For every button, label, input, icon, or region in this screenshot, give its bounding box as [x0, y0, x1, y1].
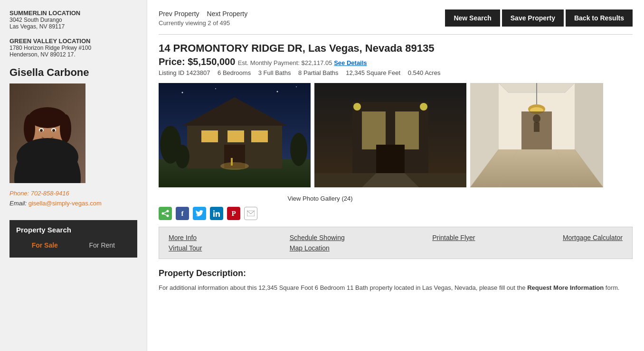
view-gallery-link[interactable]: View Photo Gallery (24) — [287, 195, 352, 202]
sq-feet: 12,345 Square Feet — [346, 69, 400, 76]
svg-point-25 — [182, 92, 183, 93]
bedrooms: 6 Bedrooms — [218, 69, 251, 76]
action-bar: More Info Virtual Tour Schedule Showing … — [159, 227, 633, 259]
social-row: f P — [159, 207, 633, 220]
email-label: Email: — [9, 200, 27, 207]
summerlin-location: SUMMERLIN LOCATION 3042 South Durango La… — [9, 9, 137, 30]
main-content: Prev Property Next Property Currently vi… — [147, 0, 644, 351]
main-photo-svg — [159, 83, 311, 187]
svg-point-9 — [40, 129, 43, 132]
search-tabs: For Sale For Rent — [16, 239, 131, 252]
svg-point-27 — [277, 91, 278, 92]
property-search-title: Property Search — [16, 226, 131, 234]
prev-property-link[interactable]: Prev Property — [159, 10, 199, 18]
more-info-link[interactable]: More Info — [169, 234, 202, 241]
sidebar: SUMMERLIN LOCATION 3042 South Durango La… — [0, 0, 147, 351]
summerlin-addr1: 3042 South Durango — [9, 17, 137, 23]
top-divider — [159, 34, 633, 35]
svg-point-6 — [60, 114, 71, 143]
agent-phone: Phone: 702-858-9416 — [9, 190, 137, 197]
svg-point-52 — [533, 114, 540, 123]
phone-number: 702-858-9416 — [31, 190, 69, 197]
svg-point-56 — [167, 215, 169, 217]
nav-links: Prev Property Next Property — [159, 10, 247, 18]
linkedin-icon[interactable] — [210, 207, 223, 220]
description-text2: form. — [604, 284, 619, 291]
mortgage-calculator-link[interactable]: Mortgage Calculator — [563, 234, 623, 241]
property-address: 14 PROMONTORY RIDGE DR, Las Vegas, Nevad… — [159, 42, 633, 55]
action-col-4: Mortgage Calculator — [563, 234, 623, 252]
map-location-link[interactable]: Map Location — [290, 244, 345, 252]
share-icon[interactable] — [159, 207, 172, 220]
tab-for-rent[interactable]: For Rent — [74, 239, 131, 252]
summerlin-addr2: Las Vegas, NV 89117 — [9, 23, 137, 30]
svg-rect-24 — [231, 158, 233, 166]
request-info-link[interactable]: Request More Information — [527, 284, 604, 291]
viewing-status: Currently viewing 2 of 495 — [159, 19, 247, 27]
green-valley-addr2: Henderson, NV 89012 17. — [9, 51, 137, 58]
svg-point-22 — [175, 145, 189, 168]
facebook-icon[interactable]: f — [176, 207, 189, 220]
svg-point-60 — [213, 210, 215, 212]
svg-point-21 — [290, 133, 307, 166]
svg-line-58 — [164, 214, 167, 215]
photo-entrance[interactable] — [314, 83, 466, 187]
pinterest-icon[interactable]: P — [227, 207, 240, 220]
schedule-showing-link[interactable]: Schedule Showing — [290, 234, 345, 241]
description-text1: For additional information about this 12… — [159, 284, 527, 291]
svg-point-10 — [52, 129, 55, 132]
green-valley-addr1: 1780 Horizon Ridge Prkwy #100 — [9, 45, 137, 51]
gallery-link-row: View Photo Gallery (24) — [159, 193, 482, 202]
action-col-1: More Info Virtual Tour — [169, 234, 202, 252]
gallery-link[interactable]: View Photo Gallery (24) — [287, 195, 352, 202]
save-property-button[interactable]: Save Property — [502, 9, 564, 27]
agent-name: Gisella Carbone — [9, 66, 137, 79]
virtual-tour-link[interactable]: Virtual Tour — [169, 244, 202, 252]
est-payment: Est. Monthly Payment: $22,117.05 — [238, 59, 334, 66]
svg-line-57 — [164, 212, 167, 213]
back-to-results-button[interactable]: Back to Results — [566, 9, 633, 27]
acres: 0.540 Acres — [408, 69, 441, 76]
listing-id: Listing ID 1423807 — [159, 69, 210, 76]
tab-for-sale[interactable]: For Sale — [16, 239, 74, 252]
hallway-svg — [470, 83, 603, 187]
entrance-svg — [314, 83, 466, 187]
svg-rect-33 — [376, 145, 405, 178]
property-price: $5,150,000 — [188, 56, 235, 67]
agent-photo-svg — [9, 83, 85, 183]
green-valley-name: GREEN VALLEY LOCATION — [9, 37, 137, 45]
svg-rect-32 — [395, 111, 419, 149]
email-icon[interactable] — [244, 207, 257, 220]
property-price-row: Price: $5,150,000 Est. Monthly Payment: … — [159, 56, 633, 67]
svg-point-55 — [162, 212, 164, 215]
svg-rect-16 — [201, 130, 218, 142]
svg-point-11 — [17, 138, 78, 176]
photo-main[interactable] — [159, 83, 311, 187]
email-link[interactable]: gisella@simply-vegas.com — [28, 200, 102, 207]
new-search-button[interactable]: New Search — [445, 9, 500, 27]
agent-photo — [9, 83, 85, 183]
phone-label: Phone: — [9, 190, 29, 197]
printable-flyer-link[interactable]: Printable Flyer — [432, 234, 475, 241]
nav-buttons: New Search Save Property Back to Results — [445, 9, 633, 27]
action-col-2: Schedule Showing Map Location — [290, 234, 345, 252]
nav-left: Prev Property Next Property Currently vi… — [159, 10, 247, 27]
svg-point-28 — [296, 86, 297, 87]
svg-point-5 — [24, 114, 35, 143]
agent-email: Email: gisella@simply-vegas.com — [9, 200, 137, 207]
next-property-link[interactable]: Next Property — [207, 10, 248, 18]
summerlin-name: SUMMERLIN LOCATION — [9, 9, 137, 17]
svg-point-54 — [167, 210, 169, 212]
property-search-box: Property Search For Sale For Rent — [9, 220, 137, 258]
svg-rect-59 — [213, 212, 215, 217]
svg-point-35 — [420, 103, 427, 111]
see-details-link[interactable]: See Details — [334, 59, 367, 66]
svg-point-34 — [353, 103, 361, 111]
svg-point-23 — [220, 162, 249, 170]
photo-middle — [314, 83, 466, 187]
svg-rect-18 — [251, 130, 268, 142]
svg-rect-53 — [534, 122, 540, 132]
photo-hallway[interactable] — [470, 83, 603, 187]
description-text: For additional information about this 12… — [159, 283, 633, 293]
twitter-icon[interactable] — [193, 207, 206, 220]
